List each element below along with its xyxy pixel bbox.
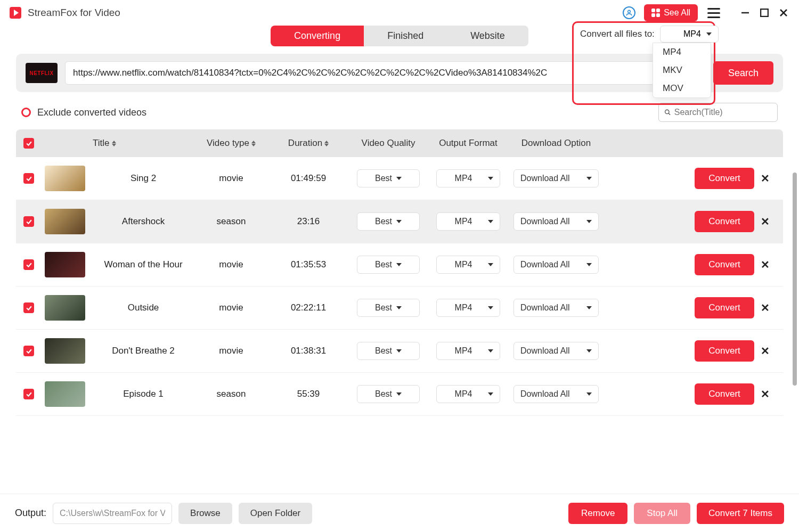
- row-checkbox[interactable]: [23, 346, 34, 356]
- caret-down-icon: [586, 392, 592, 396]
- format-select[interactable]: MP4: [436, 169, 500, 187]
- row-checkbox[interactable]: [23, 173, 34, 184]
- convert-all-format-select[interactable]: MP4: [660, 26, 719, 43]
- remove-button[interactable]: Remove: [568, 503, 627, 524]
- svg-line-6: [668, 113, 670, 115]
- download-option-select[interactable]: Download All: [513, 385, 599, 403]
- caret-down-icon: [488, 263, 493, 266]
- quality-select[interactable]: Best: [357, 169, 420, 187]
- output-label: Output:: [15, 508, 46, 519]
- row-checkbox[interactable]: [23, 259, 34, 270]
- format-option-mkv[interactable]: MKV: [653, 61, 711, 79]
- see-all-button[interactable]: See All: [644, 4, 698, 21]
- tab-converting[interactable]: Converting: [271, 26, 364, 46]
- caret-down-icon: [396, 177, 402, 180]
- row-checkbox[interactable]: [23, 389, 34, 399]
- open-folder-button[interactable]: Open Folder: [239, 503, 313, 524]
- format-option-mov[interactable]: MOV: [653, 79, 711, 97]
- convert-button[interactable]: Convert: [695, 211, 754, 232]
- footer-bar: Output: Browse Open Folder Remove Stop A…: [0, 494, 799, 532]
- convert-button[interactable]: Convert: [695, 254, 754, 275]
- row-checkbox[interactable]: [23, 302, 34, 313]
- quality-select[interactable]: Best: [357, 212, 420, 231]
- row-checkbox[interactable]: [23, 216, 34, 227]
- header-quality: Video Quality: [348, 138, 428, 149]
- convert-button[interactable]: Convert: [695, 340, 754, 362]
- output-path-input[interactable]: [53, 503, 172, 524]
- download-option-select[interactable]: Download All: [513, 169, 599, 187]
- format-option-mp4[interactable]: MP4: [653, 43, 711, 61]
- search-button[interactable]: Search: [713, 61, 773, 85]
- thumbnail-image: [45, 381, 85, 407]
- browse-button[interactable]: Browse: [178, 503, 232, 524]
- remove-row-icon[interactable]: ✕: [754, 172, 776, 185]
- quality-select[interactable]: Best: [357, 385, 420, 403]
- download-option-select[interactable]: Download All: [513, 299, 599, 317]
- quality-select[interactable]: Best: [357, 342, 420, 360]
- convert-button[interactable]: Convert: [695, 168, 754, 189]
- download-option-select[interactable]: Download All: [513, 212, 599, 231]
- remove-row-icon[interactable]: ✕: [754, 258, 776, 271]
- scrollbar[interactable]: [793, 173, 797, 386]
- caret-down-icon: [396, 306, 402, 309]
- stop-all-button[interactable]: Stop All: [634, 503, 690, 524]
- remove-row-icon[interactable]: ✕: [754, 301, 776, 314]
- format-select[interactable]: MP4: [436, 342, 500, 360]
- format-select[interactable]: MP4: [436, 299, 500, 317]
- main-tabs: Converting Finished Website: [271, 26, 528, 46]
- caret-down-icon: [396, 349, 402, 353]
- url-input[interactable]: [65, 61, 706, 85]
- row-title: Aftershock: [93, 216, 194, 227]
- thumbnail-image: [45, 338, 85, 364]
- caret-down-icon: [586, 349, 592, 353]
- caret-down-icon: [586, 220, 592, 223]
- remove-row-icon[interactable]: ✕: [754, 388, 776, 400]
- search-title-input[interactable]: [674, 108, 772, 117]
- maximize-button[interactable]: [759, 7, 770, 19]
- table-row: Don't Breathe 2 movie 01:38:31 Best MP4 …: [16, 330, 783, 373]
- row-type: movie: [194, 259, 268, 270]
- svg-rect-2: [761, 9, 768, 17]
- caret-down-icon: [586, 263, 592, 266]
- format-select[interactable]: MP4: [436, 212, 500, 231]
- header-duration[interactable]: Duration: [268, 138, 348, 149]
- header-title[interactable]: Title: [93, 138, 194, 149]
- caret-down-icon: [586, 177, 592, 180]
- format-select[interactable]: MP4: [436, 385, 500, 403]
- tab-website[interactable]: Website: [447, 26, 528, 46]
- row-duration: 02:22:11: [268, 302, 348, 313]
- caret-down-icon: [396, 220, 402, 223]
- caret-down-icon: [488, 392, 493, 396]
- caret-down-icon: [706, 32, 712, 36]
- caret-down-icon: [488, 220, 493, 223]
- user-icon[interactable]: [623, 6, 635, 19]
- thumbnail-image: [45, 252, 85, 277]
- exclude-converted-radio[interactable]: [21, 108, 31, 117]
- convert-format-menu: MP4 MKV MOV: [653, 43, 711, 98]
- download-option-select[interactable]: Download All: [513, 342, 599, 360]
- select-all-checkbox[interactable]: [23, 138, 34, 149]
- row-title: Don't Breathe 2: [93, 346, 194, 356]
- header-format: Output Format: [428, 138, 508, 149]
- convert-format-value: MP4: [683, 29, 701, 39]
- search-icon: [664, 109, 671, 116]
- remove-row-icon[interactable]: ✕: [754, 345, 776, 357]
- close-button[interactable]: [778, 7, 789, 19]
- row-duration: 01:38:31: [268, 346, 348, 356]
- table-row: Woman of the Hour movie 01:35:53 Best MP…: [16, 243, 783, 287]
- minimize-button[interactable]: [739, 7, 751, 19]
- tab-finished[interactable]: Finished: [364, 26, 447, 46]
- search-title-field[interactable]: [658, 103, 778, 122]
- header-option: Download Option: [508, 138, 604, 149]
- format-select[interactable]: MP4: [436, 256, 500, 274]
- quality-select[interactable]: Best: [357, 256, 420, 274]
- convert-button[interactable]: Convert: [695, 297, 754, 318]
- download-option-select[interactable]: Download All: [513, 256, 599, 274]
- table-row: Episode 1 season 55:39 Best MP4 Download…: [16, 373, 783, 416]
- header-type[interactable]: Video type: [194, 138, 268, 149]
- remove-row-icon[interactable]: ✕: [754, 215, 776, 228]
- convert-all-button[interactable]: Convert 7 Items: [697, 503, 784, 524]
- quality-select[interactable]: Best: [357, 299, 420, 317]
- convert-button[interactable]: Convert: [695, 383, 754, 405]
- menu-icon[interactable]: [707, 8, 720, 18]
